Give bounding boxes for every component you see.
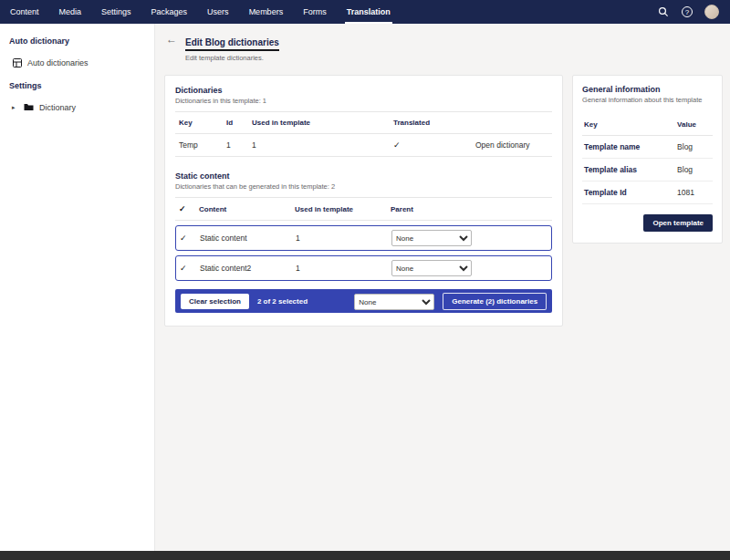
column-translated: Translated: [393, 119, 475, 127]
sidebar-item-auto-dictionaries[interactable]: Auto dictionaries: [0, 51, 154, 74]
static-content-section-subtitle: Dictionaries that can be generated in th…: [175, 182, 552, 191]
top-navigation: Content Media Settings Packages Users Me…: [0, 0, 730, 24]
table-row: Template name Blog: [582, 136, 713, 159]
dictionaries-section-subtitle: Dictionaries in this template: 1: [175, 97, 552, 105]
row-checkbox-checked[interactable]: ✓: [180, 233, 200, 243]
info-value: Blog: [677, 165, 711, 174]
table-row: Template alias Blog: [582, 159, 713, 181]
info-value: Blog: [677, 142, 711, 151]
general-info-title: General information: [582, 85, 713, 94]
column-used-in-template: Used in template: [295, 205, 391, 213]
sidebar-item-dictionary[interactable]: ▸ Dictionary: [0, 96, 154, 119]
column-value: Value: [677, 120, 711, 129]
help-icon[interactable]: ?: [681, 5, 694, 18]
static-content-name: Static content2: [200, 264, 296, 273]
general-information-card: General information General information …: [572, 75, 723, 244]
dictionary-key: Temp: [179, 140, 226, 150]
nav-item-forms[interactable]: Forms: [293, 0, 337, 24]
selection-action-bar: Clear selection 2 of 2 selected None Gen…: [175, 289, 552, 313]
column-key: Key: [179, 119, 226, 127]
tree-caret-icon[interactable]: ▸: [12, 104, 18, 111]
column-parent: Parent: [391, 205, 548, 213]
table-row: Template Id 1081: [582, 181, 713, 204]
nav-item-settings[interactable]: Settings: [91, 0, 141, 24]
sidebar-header-settings: Settings: [0, 74, 154, 96]
check-icon: ✓: [393, 140, 475, 150]
user-avatar[interactable]: [704, 5, 719, 19]
dictionaries-table-header: Key Id Used in template Translated: [175, 111, 552, 134]
bottom-bar: [0, 551, 730, 560]
static-content-name: Static content: [200, 233, 296, 243]
table-row[interactable]: ✓ Static content 1 None: [175, 225, 552, 251]
clear-selection-button[interactable]: Clear selection: [181, 294, 249, 309]
content-row: Dictionaries Dictionaries in this templa…: [164, 75, 723, 327]
dictionaries-section-title: Dictionaries: [175, 86, 552, 95]
bulk-parent-select[interactable]: None: [354, 294, 434, 310]
page-header: ← Edit Blog dictionaries Edit template d…: [164, 33, 723, 62]
column-id: Id: [226, 119, 252, 127]
select-all-checkbox[interactable]: ✓: [179, 204, 199, 213]
search-icon[interactable]: [657, 5, 670, 18]
table-row: Temp 1 1 ✓ Open dictionary: [175, 134, 552, 157]
selection-count-label: 2 of 2 selected: [257, 297, 308, 306]
general-info-table-header: Key Value: [582, 114, 713, 136]
sidebar-item-label: Dictionary: [39, 103, 76, 112]
main-layout: Auto dictionary Auto dictionaries Settin…: [0, 24, 730, 551]
back-arrow-icon[interactable]: ←: [166, 34, 177, 45]
workspace: ← Edit Blog dictionaries Edit template d…: [155, 24, 730, 551]
nav-item-media[interactable]: Media: [49, 0, 92, 24]
nav-item-members[interactable]: Members: [239, 0, 294, 24]
nav-item-content[interactable]: Content: [0, 0, 49, 24]
parent-select[interactable]: None: [391, 260, 472, 276]
column-key: Key: [584, 120, 677, 129]
info-key: Template name: [584, 142, 677, 151]
open-dictionary-link[interactable]: Open dictionary: [475, 140, 548, 150]
dictionary-id: 1: [226, 140, 252, 150]
help-glyph: ?: [682, 6, 693, 17]
screen: Content Media Settings Packages Users Me…: [0, 0, 730, 560]
parent-select[interactable]: None: [391, 230, 472, 246]
nav-item-translation[interactable]: Translation: [337, 0, 401, 24]
nav-item-users[interactable]: Users: [197, 0, 239, 24]
info-value: 1081: [677, 188, 711, 197]
static-content-used: 1: [296, 233, 391, 243]
folder-icon: [24, 102, 34, 112]
page-subtitle: Edit template dictionaries.: [185, 54, 279, 62]
sidebar-item-label: Auto dictionaries: [27, 58, 89, 67]
boxes-icon: [12, 57, 22, 67]
open-template-button[interactable]: Open template: [643, 214, 713, 232]
nav-right-actions: ?: [657, 0, 730, 24]
info-key: Template alias: [584, 165, 677, 174]
row-checkbox-checked[interactable]: ✓: [180, 264, 200, 273]
nav-item-packages[interactable]: Packages: [141, 0, 198, 24]
static-content-table-header: ✓ Content Used in template Parent: [175, 197, 552, 221]
column-content: Content: [199, 205, 295, 213]
sidebar-header-auto-dictionary: Auto dictionary: [0, 29, 154, 51]
static-content-section-title: Static content: [175, 171, 552, 181]
static-content-used: 1: [296, 264, 391, 273]
page-title[interactable]: Edit Blog dictionaries: [185, 37, 279, 51]
sidebar: Auto dictionary Auto dictionaries Settin…: [0, 24, 155, 551]
dictionary-used: 1: [252, 140, 393, 150]
dictionaries-card: Dictionaries Dictionaries in this templa…: [164, 75, 563, 327]
general-info-subtitle: General information about this template: [582, 96, 713, 104]
column-used-in-template: Used in template: [252, 119, 393, 127]
table-row[interactable]: ✓ Static content2 1 None: [175, 255, 552, 281]
generate-dictionaries-button[interactable]: Generate (2) dictionaries: [443, 293, 547, 310]
info-key: Template Id: [584, 188, 677, 197]
page-title-block: Edit Blog dictionaries Edit template dic…: [185, 33, 279, 62]
